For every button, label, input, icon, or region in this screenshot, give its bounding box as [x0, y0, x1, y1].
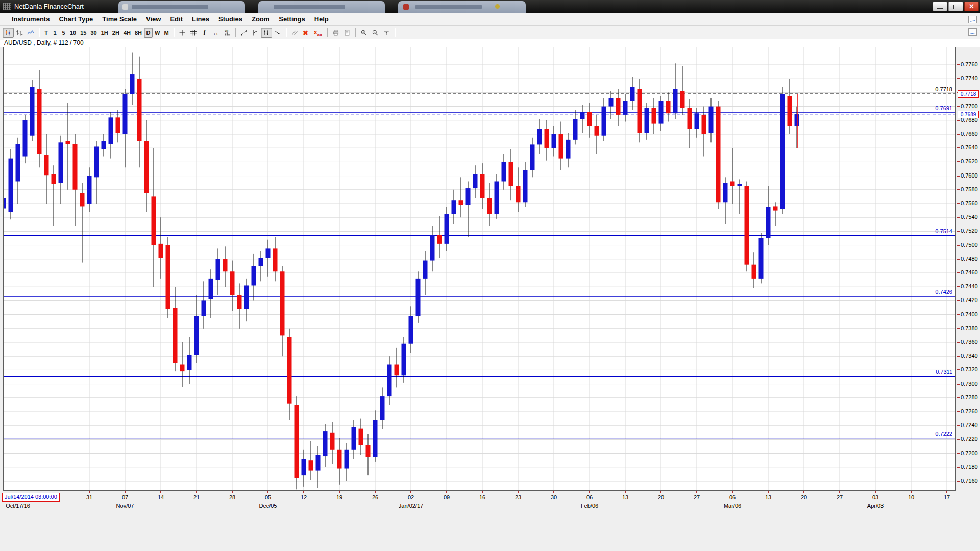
menu-item-edit[interactable]: Edit [165, 15, 187, 23]
title-bar: NetDania FinanceChart ✕ [0, 0, 980, 13]
parallel-lines-tool-button[interactable] [289, 28, 300, 38]
timescale-button-1h[interactable]: 1H [99, 28, 110, 38]
zoom-reset-icon [383, 29, 390, 37]
arrow-tool-button[interactable] [272, 28, 283, 38]
timescale-button-5[interactable]: 5 [59, 28, 68, 38]
week-label: 10 [908, 494, 914, 500]
trend-line-tool-button[interactable] [238, 28, 250, 38]
vertical-line-icon [252, 29, 259, 37]
date-tick [303, 491, 304, 493]
grid-toggle-button[interactable] [188, 28, 199, 38]
price-marker-box: 0.7718 [958, 90, 979, 98]
scroll-tool-button[interactable]: ↔ [210, 28, 222, 38]
vertical-line-tool-button[interactable] [250, 28, 261, 38]
toolbar-separator [39, 28, 39, 37]
timescale-button-10[interactable]: 10 [68, 28, 78, 38]
time-axis[interactable]: 3107142128051219260209162330061320270613… [0, 491, 957, 551]
month-label: Feb/06 [581, 503, 598, 509]
price-tick-label: 0.7340 [961, 353, 978, 359]
menu-item-time-scale[interactable]: Time Scale [97, 15, 141, 23]
zoom-out-button[interactable] [370, 28, 381, 38]
close-button[interactable]: ✕ [964, 2, 979, 11]
menu-bar: InstrumentsChart TypeTime ScaleViewEditL… [0, 13, 980, 26]
info-tool-button[interactable]: i [199, 28, 210, 38]
price-axis[interactable]: 0.77600.77400.77000.76800.76600.76400.76… [957, 47, 980, 551]
zoom-in-button[interactable] [358, 28, 370, 38]
chart-plot-area[interactable] [3, 47, 956, 491]
cursor-date-box: Jul/14/2014 03:00:00 [2, 493, 60, 502]
select-tool-button[interactable] [261, 28, 272, 38]
trend-line-icon [240, 29, 248, 37]
line-chart-type-button[interactable] [25, 28, 36, 38]
week-label: 21 [193, 494, 200, 500]
background-browser-tab [258, 1, 385, 13]
timescale-button-m[interactable]: M [162, 28, 170, 38]
price-tick-label: 0.7660 [961, 131, 978, 137]
toolbar-separator [395, 28, 395, 37]
line-chart-icon [27, 29, 34, 37]
week-label: 27 [837, 494, 843, 500]
timescale-button-2h[interactable]: 2H [110, 28, 121, 38]
toolbar-separator [286, 28, 286, 37]
timescale-button-8h[interactable]: 8H [133, 28, 144, 38]
timescale-button-1[interactable]: 1 [51, 28, 59, 38]
date-tick [839, 491, 840, 493]
zoom-out-icon [372, 29, 379, 37]
restore-icon [953, 5, 959, 9]
month-label: Dec/05 [259, 503, 277, 509]
candlestick-chart [4, 47, 955, 490]
menu-item-instruments[interactable]: Instruments [7, 15, 54, 23]
price-tick-label: 0.7600 [961, 172, 978, 179]
timescale-button-15[interactable]: 15 [78, 28, 88, 38]
svg-text:vol: vol [225, 30, 228, 32]
menu-item-settings[interactable]: Settings [274, 15, 309, 23]
crosshair-tool-button[interactable] [177, 28, 188, 38]
timescale-button-4h[interactable]: 4H [121, 28, 133, 38]
menu-row-panel-icon[interactable] [968, 16, 977, 23]
delete-line-button[interactable]: ✖ [300, 28, 311, 38]
price-tick-label: 0.7760 [961, 61, 978, 67]
timescale-button-w[interactable]: W [153, 28, 162, 38]
price-tick [957, 147, 960, 148]
price-tick [957, 134, 960, 135]
zoom-in-icon [360, 29, 368, 37]
timescale-button-d[interactable]: D [144, 28, 153, 38]
price-tick [957, 231, 960, 232]
week-label: 19 [336, 494, 342, 500]
month-label: Apr/03 [867, 503, 884, 509]
parallel-lines-icon [291, 29, 298, 37]
print-preview-button[interactable] [341, 28, 353, 38]
price-tick-label: 0.7320 [961, 366, 978, 372]
volume-toggle-button[interactable]: vol [222, 28, 233, 38]
print-button[interactable] [330, 28, 341, 38]
chart-symbol-label: AUD/USD , Daily, # 112 / 700 [4, 39, 980, 47]
price-tick-label: 0.7260 [961, 408, 978, 414]
menu-item-zoom[interactable]: Zoom [247, 15, 274, 23]
zoom-reset-button[interactable] [381, 28, 392, 38]
timescale-button-t[interactable]: T [42, 28, 51, 38]
week-label: 16 [479, 494, 485, 500]
minimize-button[interactable] [933, 2, 947, 11]
menu-item-view[interactable]: View [141, 15, 165, 23]
delete-all-lines-button[interactable]: xall [311, 28, 325, 38]
menu-item-studies[interactable]: Studies [214, 15, 247, 23]
price-tick-label: 0.7380 [961, 325, 978, 331]
toolbar-row-panel-icon[interactable] [968, 28, 977, 36]
menu-item-chart-type[interactable]: Chart Type [54, 15, 97, 23]
menu-item-help[interactable]: Help [310, 15, 333, 23]
price-tick [957, 245, 960, 246]
timescale-button-30[interactable]: 30 [89, 28, 99, 38]
price-tick [957, 369, 960, 370]
date-tick [589, 491, 590, 493]
price-tick-label: 0.7560 [961, 200, 978, 206]
info-icon: i [204, 29, 206, 37]
candlestick-chart-type-button[interactable] [3, 28, 14, 38]
date-tick [482, 491, 483, 493]
menu-item-lines[interactable]: Lines [187, 15, 214, 23]
week-label: 20 [801, 494, 807, 500]
restore-button[interactable] [948, 2, 963, 11]
ohlc-chart-type-button[interactable] [14, 28, 25, 38]
crosshair-icon [179, 29, 186, 37]
price-tick [957, 106, 960, 107]
price-tick-label: 0.7500 [961, 242, 978, 248]
